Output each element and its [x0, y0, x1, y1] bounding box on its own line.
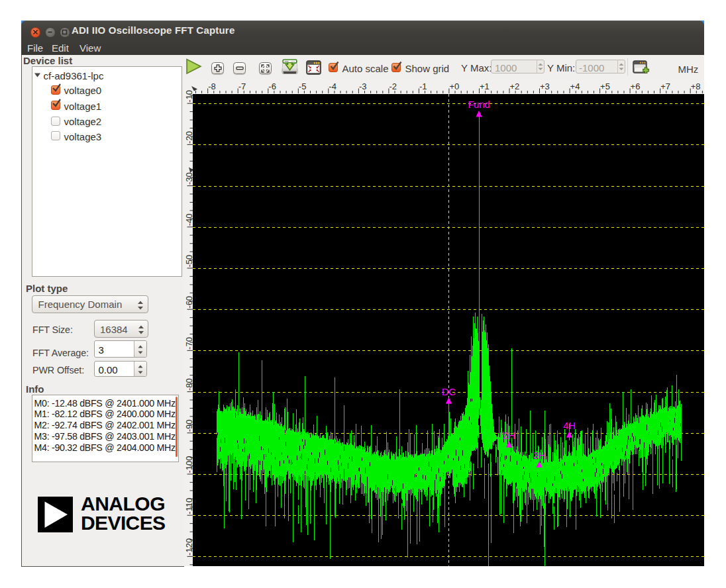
svg-text:+6: +6: [630, 81, 640, 91]
svg-text:+4: +4: [570, 81, 580, 91]
svg-text:DC: DC: [442, 386, 456, 397]
svg-text:+5: +5: [600, 81, 610, 91]
svg-text:-5: -5: [298, 81, 306, 91]
svg-text:-3: -3: [358, 81, 366, 91]
svg-text:-4: -4: [329, 81, 337, 91]
svg-text:+7: +7: [660, 81, 670, 91]
svg-text:-7: -7: [238, 81, 246, 91]
svg-text:+8: +8: [690, 81, 700, 91]
svg-text:4H: 4H: [563, 420, 576, 430]
svg-text:+1: +1: [480, 81, 490, 91]
svg-text:3H: 3H: [533, 450, 546, 460]
svg-text:-6: -6: [268, 81, 276, 91]
svg-text:+3: +3: [540, 81, 550, 91]
svg-text:+0: +0: [449, 81, 459, 91]
svg-text:2H: 2H: [503, 430, 515, 440]
svg-text:-2: -2: [389, 81, 397, 91]
svg-text:-1: -1: [419, 81, 427, 91]
svg-text:-8: -8: [208, 81, 216, 91]
svg-text:Fund: Fund: [468, 99, 490, 110]
svg-text:+2: +2: [509, 81, 519, 91]
